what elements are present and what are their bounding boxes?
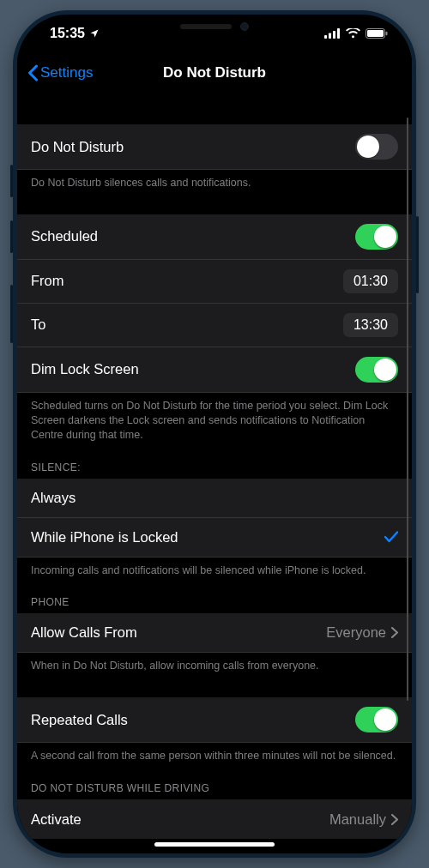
group-driving: DO NOT DISTURB WHILE DRIVING Activate Ma…	[17, 782, 412, 839]
footer-dnd: Do Not Disturb silences calls and notifi…	[17, 170, 412, 190]
scheduled-label: Scheduled	[31, 228, 98, 244]
battery-icon	[366, 28, 388, 39]
dnd-label: Do Not Disturb	[31, 139, 124, 155]
dim-label: Dim Lock Screen	[31, 361, 139, 377]
to-value[interactable]: 13:30	[343, 313, 398, 337]
page-title: Do Not Disturb	[163, 64, 266, 81]
group-phone: PHONE Allow Calls From Everyone When in …	[17, 596, 412, 673]
chevron-right-icon	[391, 814, 398, 825]
row-activate[interactable]: Activate Manually	[17, 799, 412, 839]
svg-rect-2	[333, 31, 335, 39]
location-icon	[89, 28, 100, 39]
toggle-dnd[interactable]	[355, 134, 398, 160]
activate-label: Activate	[31, 811, 82, 828]
svg-rect-5	[367, 30, 384, 37]
row-allow-calls[interactable]: Allow Calls From Everyone	[17, 613, 412, 653]
group-dnd: Do Not Disturb Do Not Disturb silences c…	[17, 124, 412, 190]
row-silence-locked[interactable]: While iPhone is Locked	[17, 518, 412, 558]
back-label: Settings	[40, 64, 93, 81]
wifi-icon	[346, 28, 360, 39]
allow-calls-label: Allow Calls From	[31, 624, 137, 641]
nav-bar: Settings Do Not Disturb	[17, 52, 412, 93]
group-schedule: Scheduled From 01:30 To 13:30 Dim Lock S…	[17, 214, 412, 443]
chevron-right-icon	[391, 627, 398, 638]
status-time: 15:35	[50, 26, 85, 41]
svg-rect-6	[386, 32, 388, 36]
footer-silence: Incoming calls and notifications will be…	[17, 558, 412, 578]
row-dnd-toggle[interactable]: Do Not Disturb	[17, 124, 412, 170]
from-label: From	[31, 273, 64, 289]
toggle-dim[interactable]	[355, 357, 398, 383]
footer-schedule: Scheduled turns on Do Not Disturb for th…	[17, 393, 412, 443]
cellular-icon	[324, 28, 341, 39]
activate-value: Manually	[329, 811, 386, 828]
repeated-label: Repeated Calls	[31, 712, 128, 728]
notch	[133, 15, 296, 39]
from-value[interactable]: 01:30	[343, 269, 398, 293]
group-silence: SILENCE: Always While iPhone is Locked I…	[17, 461, 412, 578]
silence-locked-label: While iPhone is Locked	[31, 529, 178, 546]
footer-repeated: A second call from the same person withi…	[17, 743, 412, 763]
row-silence-always[interactable]: Always	[17, 479, 412, 518]
header-phone: PHONE	[17, 596, 412, 613]
footer-phone: When in Do Not Disturb, allow incoming c…	[17, 653, 412, 673]
toggle-scheduled[interactable]	[355, 224, 398, 250]
row-from[interactable]: From 01:30	[17, 260, 412, 304]
scroll-indicator[interactable]	[407, 118, 409, 701]
toggle-repeated[interactable]	[355, 707, 398, 732]
group-repeated: Repeated Calls A second call from the sa…	[17, 697, 412, 763]
home-indicator[interactable]	[154, 842, 275, 847]
row-scheduled[interactable]: Scheduled	[17, 214, 412, 260]
row-repeated[interactable]: Repeated Calls	[17, 697, 412, 743]
chevron-left-icon	[27, 64, 39, 81]
silence-always-label: Always	[31, 490, 76, 506]
allow-calls-value: Everyone	[326, 624, 386, 641]
svg-rect-1	[329, 33, 331, 39]
screen: 15:35 Sett	[17, 15, 412, 853]
to-label: To	[31, 316, 45, 333]
svg-rect-3	[337, 28, 340, 39]
settings-content[interactable]: Do Not Disturb Do Not Disturb silences c…	[17, 93, 412, 853]
header-driving: DO NOT DISTURB WHILE DRIVING	[17, 782, 412, 799]
row-to[interactable]: To 13:30	[17, 304, 412, 347]
row-dim[interactable]: Dim Lock Screen	[17, 347, 412, 393]
svg-rect-0	[324, 35, 327, 39]
phone-frame: 15:35 Sett	[13, 10, 416, 858]
checkmark-icon	[384, 531, 398, 543]
header-silence: SILENCE:	[17, 461, 412, 479]
back-button[interactable]: Settings	[27, 52, 93, 93]
